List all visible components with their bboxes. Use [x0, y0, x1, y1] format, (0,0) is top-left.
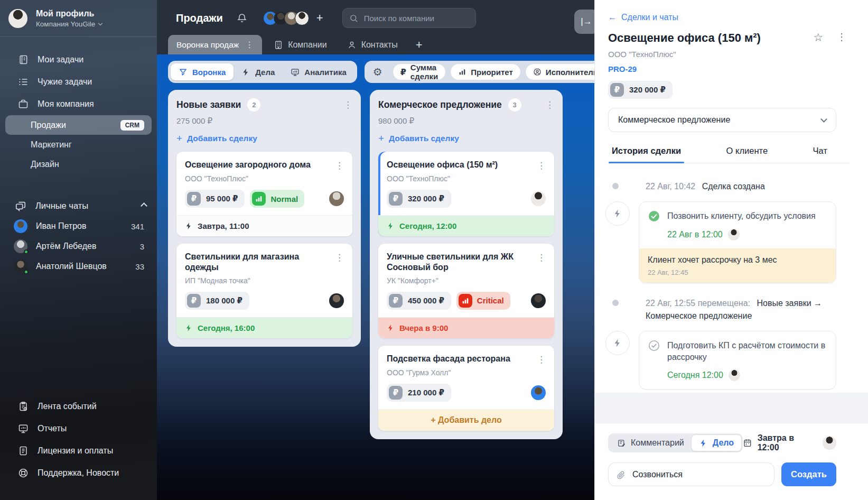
- tab-companies[interactable]: Компании: [265, 35, 335, 54]
- add-deal-button[interactable]: + Добавить сделку: [378, 133, 554, 144]
- toggle-task[interactable]: Дело: [691, 434, 742, 451]
- toggle-comment[interactable]: Комментарий: [610, 435, 692, 451]
- task-due[interactable]: 22 Авг в 12:00: [667, 230, 723, 239]
- card-menu-icon[interactable]: ⋮: [537, 160, 546, 171]
- sidebar-item-license[interactable]: Лицензия и оплаты: [0, 440, 157, 462]
- company-search[interactable]: [342, 8, 476, 28]
- card-menu-icon[interactable]: ⋮: [537, 354, 546, 365]
- deal-card[interactable]: Подсветка фасада ресторана ⋮ ООО "Гурмэ …: [378, 346, 554, 431]
- profile-avatar[interactable]: [8, 9, 27, 28]
- paperclip-icon[interactable]: [616, 470, 626, 479]
- sidebar-item-label: Моя компания: [38, 99, 94, 109]
- task-input[interactable]: [631, 469, 767, 480]
- view-tasks[interactable]: Дела: [234, 63, 283, 80]
- avatar[interactable]: [295, 11, 309, 25]
- unread-count: 341: [131, 222, 144, 231]
- column-count-badge: 2: [247, 98, 260, 112]
- personal-chats-header[interactable]: Личные чаты: [0, 195, 157, 216]
- sidebar-item-event-feed[interactable]: Лента событий: [0, 395, 157, 418]
- view-label: Аналитика: [304, 68, 346, 77]
- gear-icon[interactable]: ⚙: [367, 66, 388, 78]
- lightning-icon: [699, 439, 708, 448]
- due-date-picker[interactable]: Завтра в 12:00: [743, 433, 817, 452]
- due-date-value: Завтра в 12:00: [758, 433, 817, 452]
- add-member-button[interactable]: +: [316, 11, 323, 25]
- deal-due[interactable]: Сегодня, 12:00: [378, 215, 554, 236]
- sidebar-item-others-tasks[interactable]: Чужие задачи: [0, 71, 157, 93]
- tab-sales-funnel[interactable]: Воронка продаж ⋮: [168, 35, 262, 54]
- column-total: 980 000 ₽: [378, 116, 554, 126]
- timeline-event: 22 Авг, 10:42 Сделка создана: [595, 180, 868, 193]
- chats-icon: [15, 200, 26, 211]
- sidebar-item-my-company[interactable]: Моя компания: [0, 93, 157, 115]
- deal-due[interactable]: Сегодня, 16:00: [176, 317, 352, 338]
- amount-pill: ₽95 000 ₽: [185, 190, 245, 208]
- sidebar-item-sales[interactable]: Продажи CRM: [5, 115, 152, 135]
- profile-block[interactable]: Мой профиль Компания YouGile: [0, 0, 157, 37]
- sidebar-item-design[interactable]: Дизайн: [5, 154, 152, 174]
- sidebar-item-support[interactable]: Поддержка, Новости: [0, 462, 157, 484]
- building-icon: [274, 40, 283, 50]
- column-title: Комерческое предложение: [378, 99, 502, 110]
- tab-chat[interactable]: Чат: [812, 146, 828, 163]
- amount-pill: ₽180 000 ₽: [185, 292, 249, 310]
- online-dot: [24, 270, 29, 274]
- amount-value: 320 000 ₽: [629, 85, 666, 95]
- column-menu-icon[interactable]: ⋮: [545, 99, 554, 110]
- add-tab-button[interactable]: +: [409, 35, 429, 54]
- tab-contacts[interactable]: Контакты: [339, 35, 406, 54]
- sidebar-item-reports[interactable]: Отчеты: [0, 418, 157, 440]
- sidebar-item-label: Мои задачи: [38, 55, 83, 64]
- composer: Комментарий Дело Завтра в 12:00: [595, 423, 868, 500]
- add-task-footer-button[interactable]: + Добавить дело: [378, 409, 554, 431]
- checkbox-done-icon[interactable]: [648, 210, 660, 223]
- monitor-icon: [18, 423, 29, 434]
- deal-card-selected[interactable]: Освещение офиса (150 м²) ⋮ ООО "ТехноПлю…: [378, 152, 554, 236]
- filter-deal-amount[interactable]: ₽ Сумма сделки: [393, 63, 446, 80]
- sidebar-item-marketing[interactable]: Маркетинг: [5, 135, 152, 154]
- sidebar-item-my-tasks[interactable]: Мои задачи: [0, 49, 157, 71]
- star-icon[interactable]: ☆: [813, 31, 823, 44]
- kanban-board: Воронка Дела Аналитика ⚙ ₽ Сумма: [157, 54, 594, 500]
- task-title: Позвонить клиенту, обсудить условия: [667, 210, 816, 222]
- column-menu-icon[interactable]: ⋮: [343, 99, 352, 110]
- card-menu-icon[interactable]: ⋮: [335, 160, 344, 171]
- avatar[interactable]: [823, 436, 836, 450]
- deal-due[interactable]: Завтра, 11:00: [176, 215, 352, 236]
- chat-ivan-petrov[interactable]: Иван Петров 341: [0, 216, 157, 236]
- ruble-icon: ₽: [187, 192, 201, 206]
- checkbox-open-icon[interactable]: [648, 339, 660, 352]
- document-icon: [18, 446, 29, 456]
- view-analytics[interactable]: Аналитика: [283, 63, 354, 80]
- filter-priority[interactable]: Приоритет: [450, 63, 521, 80]
- back-link[interactable]: ← Сделки и чаты: [608, 13, 850, 22]
- create-button[interactable]: Создать: [781, 462, 836, 486]
- chat-anatoly-shevtsov[interactable]: Анатолий Шевцов 33: [0, 256, 157, 276]
- dots-vertical-icon[interactable]: ⋮: [245, 40, 254, 50]
- sidebar: Мой профиль Компания YouGile Мои задачи …: [0, 0, 157, 500]
- event-text-line2: Комерческое предложение: [646, 310, 850, 322]
- add-deal-button[interactable]: + Добавить сделку: [176, 133, 352, 144]
- ruble-icon: ₽: [400, 67, 406, 77]
- chevron-up-icon: [141, 202, 147, 209]
- bell-icon[interactable]: [237, 13, 247, 23]
- dots-vertical-icon[interactable]: ⋮: [837, 31, 846, 43]
- card-menu-icon[interactable]: ⋮: [537, 252, 546, 263]
- filter-label: Исполнитель: [546, 68, 598, 77]
- view-label: Дела: [255, 68, 275, 77]
- tab-about-client[interactable]: О клиенте: [725, 146, 769, 163]
- priority-badge: Normal: [250, 190, 304, 208]
- deal-card[interactable]: Освещение загородного дома ⋮ ООО "ТехноП…: [176, 152, 352, 236]
- search-input[interactable]: [363, 13, 470, 23]
- task-due[interactable]: Сегодня 12:00: [667, 371, 723, 380]
- view-funnel[interactable]: Воронка: [171, 63, 234, 80]
- card-menu-icon[interactable]: ⋮: [335, 252, 344, 263]
- stage-select[interactable]: Коммерческое предложение: [608, 108, 836, 132]
- deal-card[interactable]: Уличные светильники для ЖК Сосновый бор …: [378, 244, 554, 338]
- tab-deal-history[interactable]: История сделки: [611, 146, 682, 163]
- tab-label: Воронка продаж: [176, 40, 239, 50]
- deal-due-overdue[interactable]: Вчера в 9:00: [378, 317, 554, 338]
- chat-artem-lebedev[interactable]: Артём Лебедев 3: [0, 236, 157, 256]
- deal-card[interactable]: Светильники для магазина одежды ⋮ ИП "Мо…: [176, 244, 352, 338]
- avatar: [531, 385, 546, 400]
